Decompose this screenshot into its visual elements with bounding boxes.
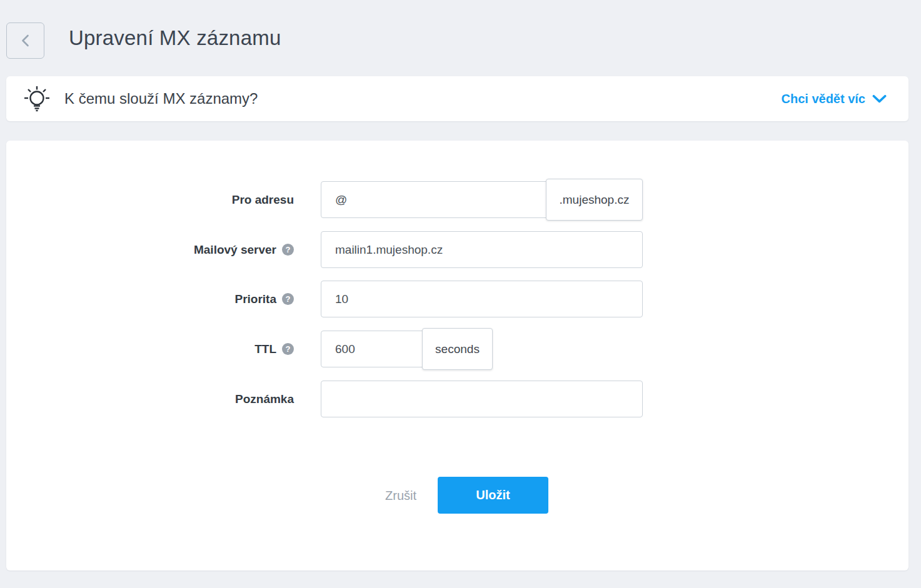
- ttl-unit-addon: seconds: [422, 328, 493, 370]
- form-row-pro-adresu: Pro adresu .mujeshop.cz: [6, 181, 908, 218]
- field-label-pro-adresu: Pro adresu: [6, 181, 294, 218]
- field-label-text: Mailový server: [194, 243, 276, 257]
- field-label-poznamka: Poznámka: [6, 381, 294, 417]
- domain-suffix-addon: .mujeshop.cz: [546, 179, 643, 221]
- more-info-label: Chci vědět víc: [781, 92, 865, 106]
- poznamka-input-group: [321, 381, 643, 417]
- info-bar: K čemu slouží MX záznamy? Chci vědět víc: [6, 76, 908, 121]
- form-row-ttl: TTL ? seconds: [6, 331, 908, 367]
- cancel-button[interactable]: Zrušit: [366, 481, 436, 510]
- field-label-text: TTL: [254, 342, 276, 356]
- chevron-left-icon: [19, 33, 33, 48]
- field-label-priorita: Priorita ?: [6, 281, 294, 317]
- more-info-link[interactable]: Chci vědět víc: [781, 92, 887, 106]
- mail-server-input-group: [321, 231, 643, 268]
- form-card: Pro adresu .mujeshop.cz Mailový server ?…: [6, 141, 908, 571]
- page: { "header": { "title": "Upravení MX zázn…: [0, 0, 921, 588]
- form-row-mail-server: Mailový server ?: [6, 231, 908, 268]
- lightbulb-icon: [23, 84, 51, 114]
- help-icon[interactable]: ?: [282, 293, 294, 305]
- info-question: K čemu slouží MX záznamy?: [64, 90, 258, 107]
- pro-adresu-input[interactable]: [321, 181, 546, 218]
- poznamka-input[interactable]: [321, 381, 643, 417]
- form-row-poznamka: Poznámka: [6, 381, 908, 417]
- page-title: Upravení MX záznamu: [69, 26, 281, 50]
- back-button[interactable]: [6, 22, 44, 59]
- help-icon[interactable]: ?: [282, 244, 294, 256]
- chevron-down-icon: [872, 94, 887, 103]
- priorita-input-group: [321, 281, 643, 317]
- help-icon[interactable]: ?: [282, 343, 294, 355]
- pro-adresu-input-group: .mujeshop.cz: [321, 181, 546, 218]
- field-label-text: Poznámka: [235, 392, 294, 406]
- field-label-text: Priorita: [234, 292, 276, 306]
- priorita-input[interactable]: [321, 281, 643, 317]
- mail-server-input[interactable]: [321, 231, 643, 268]
- form-row-priorita: Priorita ?: [6, 281, 908, 317]
- ttl-input-group: seconds: [321, 331, 423, 367]
- field-label-mail-server: Mailový server ?: [6, 231, 294, 268]
- field-label-ttl: TTL ?: [6, 331, 294, 367]
- field-label-text: Pro adresu: [232, 193, 294, 207]
- save-button[interactable]: Uložit: [438, 477, 548, 514]
- ttl-input[interactable]: [321, 331, 423, 367]
